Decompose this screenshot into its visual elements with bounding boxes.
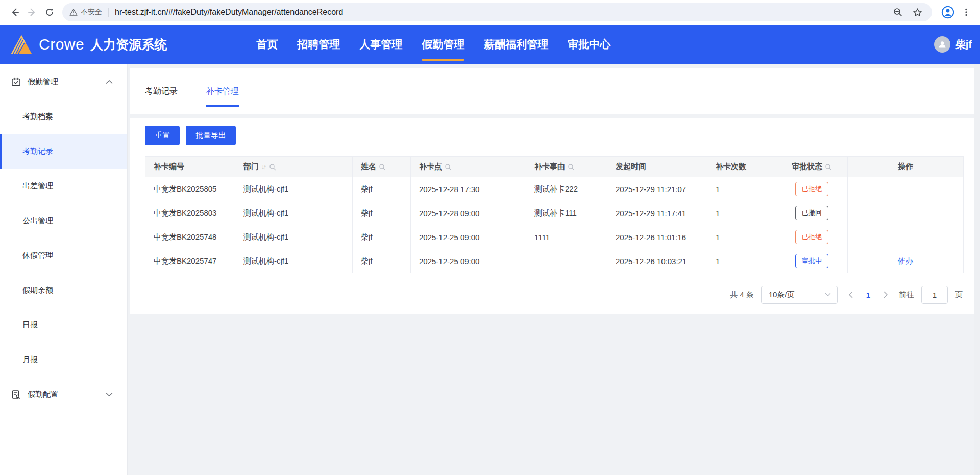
cell-start-time: 2025-12-26 11:01:16 [607,225,707,249]
sidebar-item-attendance-archive[interactable]: 考勤档案 [0,99,127,134]
sidebar-group-attendance[interactable]: 假勤管理 [0,64,127,99]
prev-page-icon[interactable] [845,291,857,298]
col-header-approval-status: 审批状态 [776,157,848,177]
cell-start-time: 2025-12-29 11:17:41 [607,201,707,225]
status-badge: 审批中 [795,254,828,268]
reload-icon[interactable] [41,4,58,21]
status-badge: 已撤回 [795,206,828,220]
sidebar-item-leave-balance[interactable]: 假期余额 [0,273,127,307]
forward-icon[interactable] [23,4,41,21]
cell-count: 1 [707,249,776,273]
url-text[interactable]: hr-test.zjf-it.cn/#/fakeDuty/fakeDutyMan… [115,8,343,17]
col-header-card-point: 补卡点 [411,157,526,177]
back-icon[interactable] [6,4,23,21]
cell-department: 测试机构-cjf1 [235,201,353,225]
menu-dots-icon[interactable] [962,8,971,17]
sidebar-item-leave-management[interactable]: 休假管理 [0,238,127,273]
url-bar[interactable]: 不安全 hr-test.zjf-it.cn/#/fakeDuty/fakeDut… [62,3,932,21]
search-icon[interactable] [568,163,575,171]
col-header-department: 部门↓↑ [235,157,353,177]
page-number[interactable]: 1 [864,291,872,299]
cell-actions [848,177,964,201]
security-chip[interactable]: 不安全 [69,8,102,17]
chevron-up-icon [106,80,113,84]
search-icon[interactable] [269,163,276,171]
cell-name: 柴jf [353,249,411,273]
col-header-reason: 补卡事由 [526,157,607,177]
sidebar-group-attendance-config[interactable]: 假勤配置 [0,377,127,412]
status-badge: 已拒绝 [795,230,828,244]
batch-export-button[interactable]: 批量导出 [186,126,236,145]
table-row: 中竞发BK2025805 测试机构-cjf1 柴jf 2025-12-28 17… [145,177,964,201]
reset-button[interactable]: 重置 [145,126,180,145]
status-badge: 已拒绝 [795,182,828,196]
cell-card-id: 中竞发BK2025803 [145,201,235,225]
profile-icon[interactable] [941,6,954,19]
chevron-down-icon [106,392,113,397]
table-row: 中竞发BK2025748 测试机构-cjf1 柴jf 2025-12-25 09… [145,225,964,249]
search-icon[interactable] [379,163,386,171]
calendar-icon [11,77,21,87]
cell-reason: 1111 [526,225,607,249]
cell-reason: 测试补卡222 [526,177,607,201]
cell-name: 柴jf [353,201,411,225]
document-search-icon [11,390,21,399]
app-header: Crowe 人力资源系统 首页 招聘管理 人事管理 假勤管理 薪酬福利管理 审批… [0,25,980,64]
col-header-count: 补卡次数 [707,157,776,177]
next-page-icon[interactable] [879,291,892,298]
search-icon[interactable] [445,163,452,171]
sidebar-item-public-outing[interactable]: 公出管理 [0,203,127,238]
cell-count: 1 [707,201,776,225]
screen: 不安全 hr-test.zjf-it.cn/#/fakeDuty/fakeDut… [0,0,980,475]
tab-card-replacement[interactable]: 补卡管理 [206,86,239,97]
cell-start-time: 2025-12-26 10:03:21 [607,249,707,273]
page-size-select[interactable]: 10条/页 [761,286,838,304]
brand: Crowe 人力资源系统 [10,34,167,55]
card-replacement-panel: 重置 批量导出 补卡编号 部门↓↑ 姓名 补卡点 补卡事由 [130,118,974,314]
cell-department: 测试机构-cjf1 [235,249,353,273]
cell-card-point: 2025-12-25 09:00 [411,249,526,273]
col-header-start-time: 发起时间 [607,157,707,177]
nav-personnel[interactable]: 人事管理 [359,25,402,64]
scrollbar[interactable] [974,64,980,475]
sidebar-item-business-trip[interactable]: 出差管理 [0,169,127,203]
cell-card-id: 中竞发BK2025747 [145,249,235,273]
col-header-card-id: 补卡编号 [145,157,235,177]
bookmark-star-icon[interactable] [910,5,925,20]
browser-actions [938,6,974,19]
user-avatar-icon [934,36,950,53]
table-row: 中竞发BK2025803 测试机构-cjf1 柴jf 2025-12-28 09… [145,201,964,225]
crowe-logo-icon [10,34,33,55]
goto-label: 前往 [899,290,914,300]
browser-toolbar: 不安全 hr-test.zjf-it.cn/#/fakeDuty/fakeDut… [0,0,980,25]
total-count: 共 4 条 [730,290,754,300]
security-label: 不安全 [81,8,102,17]
nav-recruitment[interactable]: 招聘管理 [297,25,340,64]
cell-card-point: 2025-12-28 09:00 [411,201,526,225]
sidebar-item-monthly-report[interactable]: 月报 [0,342,127,377]
zoom-out-icon[interactable] [890,5,905,20]
sidebar-item-daily-report[interactable]: 日报 [0,307,127,342]
cell-name: 柴jf [353,177,411,201]
search-icon[interactable] [825,163,832,171]
cell-name: 柴jf [353,225,411,249]
cell-card-id: 中竞发BK2025805 [145,177,235,201]
cell-count: 1 [707,225,776,249]
cell-start-time: 2025-12-29 11:21:07 [607,177,707,201]
cell-reason [526,249,607,273]
cell-card-id: 中竞发BK2025748 [145,225,235,249]
cell-department: 测试机构-cjf1 [235,225,353,249]
nav-approval-center[interactable]: 审批中心 [568,25,610,64]
page-unit: 页 [955,290,963,300]
nav-home[interactable]: 首页 [256,25,278,64]
goto-page-input[interactable] [921,286,948,304]
nav-attendance[interactable]: 假勤管理 [422,25,464,64]
nav-compensation[interactable]: 薪酬福利管理 [484,25,548,64]
urge-link[interactable]: 催办 [898,256,913,265]
tab-attendance-record[interactable]: 考勤记录 [145,86,178,97]
col-header-name: 姓名 [353,157,411,177]
user-menu[interactable]: 柴jf [934,36,972,53]
sidebar-item-attendance-record[interactable]: 考勤记录 [0,134,127,169]
sidebar: 假勤管理 考勤档案 考勤记录 出差管理 公出管理 休假管理 假期余额 日报 月报… [0,64,128,475]
sort-icon[interactable]: ↓↑ [261,163,265,171]
